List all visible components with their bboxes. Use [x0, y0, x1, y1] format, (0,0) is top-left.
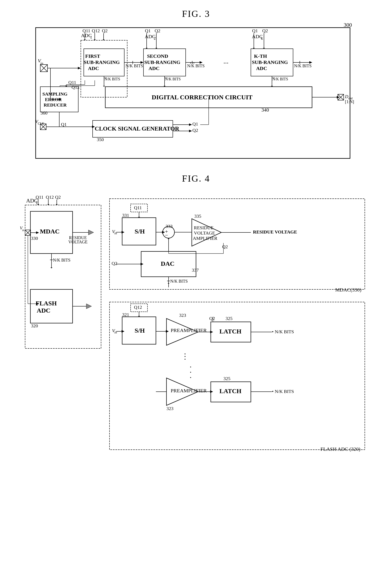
svg-text:300: 300 [344, 22, 352, 28]
svg-text:Q12: Q12 [134, 304, 142, 310]
fig4-diagram: ADC 1 Q11 Q12 Q2 MDAC 330 RESIDUE VOLTAG… [19, 188, 373, 462]
svg-text:Q1: Q1 [252, 28, 258, 33]
svg-text:321: 321 [122, 312, 129, 317]
svg-text:K-TH: K-TH [254, 53, 267, 59]
svg-marker-9 [78, 67, 81, 69]
svg-text:S/H: S/H [135, 228, 145, 235]
svg-marker-68 [103, 86, 105, 87]
svg-text:Q11: Q11 [68, 80, 76, 85]
svg-marker-203 [168, 283, 170, 284]
svg-text:FLASH ADC (320): FLASH ADC (320) [321, 446, 360, 452]
svg-marker-154 [86, 304, 92, 309]
svg-text:2: 2 [154, 36, 156, 41]
svg-marker-161 [36, 231, 39, 234]
svg-text:D: D [345, 94, 348, 99]
svg-text:LATCH: LATCH [219, 387, 241, 394]
svg-text:N/K BITS: N/K BITS [53, 258, 70, 262]
svg-text:VOLTAGE: VOLTAGE [194, 230, 215, 236]
svg-text:N/K BITS: N/K BITS [170, 279, 188, 284]
svg-marker-142 [88, 230, 94, 235]
svg-text:RESIDUE: RESIDUE [69, 235, 87, 240]
svg-text:335: 335 [194, 213, 201, 219]
svg-text:337: 337 [192, 267, 199, 273]
svg-text:DIGITAL CORRECTION CIRCUIT: DIGITAL CORRECTION CIRCUIT [152, 94, 252, 101]
svg-text:330: 330 [31, 236, 38, 241]
svg-text:333: 333 [166, 224, 173, 229]
svg-text:320: 320 [31, 323, 38, 328]
svg-text:⋮: ⋮ [181, 352, 189, 361]
svg-text:in: in [114, 330, 117, 334]
svg-text:Q1: Q1 [145, 28, 151, 33]
svg-text:Q2: Q2 [192, 128, 198, 133]
svg-marker-201 [140, 263, 143, 265]
fig4-title-container: FIG. 4 [13, 173, 379, 184]
svg-text:Q11: Q11 [134, 205, 142, 210]
svg-text:·: · [190, 373, 192, 382]
svg-text:Q2: Q2 [55, 194, 61, 200]
svg-text:Q2: Q2 [222, 244, 228, 249]
svg-text:[1:N]: [1:N] [345, 99, 354, 104]
svg-text:in: in [114, 231, 117, 235]
svg-text:CLOCK SIGNAL GENERATOR: CLOCK SIGNAL GENERATOR [95, 125, 179, 132]
svg-text:Q1: Q1 [61, 122, 67, 127]
svg-rect-0 [36, 28, 350, 158]
svg-text:k: k [261, 36, 263, 41]
svg-text:PREAMPLIFIER: PREAMPLIFIER [171, 328, 207, 333]
svg-text:SUB-RANGING: SUB-RANGING [144, 59, 180, 65]
svg-text:LATCH: LATCH [219, 328, 241, 335]
svg-text:PREAMPLIFIER: PREAMPLIFIER [171, 388, 207, 393]
fig3-title: FIG. 3 [182, 9, 210, 19]
svg-text:323: 323 [167, 406, 173, 411]
svg-rect-165 [110, 199, 365, 289]
svg-marker-146 [50, 267, 53, 268]
svg-text:• N/K BITS: • N/K BITS [272, 329, 294, 334]
svg-marker-177 [122, 231, 125, 234]
svg-text:MDAC: MDAC [40, 228, 59, 235]
fig3-diagram: 300 V in ADC 1 Q11 Q12 Q2 FIRST SUB-RANG… [29, 23, 363, 167]
svg-text:SAMPLING: SAMPLING [42, 91, 68, 96]
svg-text:in: in [40, 61, 43, 66]
svg-text:ADC: ADC [149, 66, 159, 71]
svg-text:RESIDUE VOLTAGE: RESIDUE VOLTAGE [253, 229, 297, 234]
svg-text:VOLTAGE: VOLTAGE [68, 240, 87, 244]
svg-text:Q1: Q1 [192, 121, 198, 126]
svg-text:N/K BITS: N/K BITS [104, 77, 120, 81]
fig4-title: FIG. 4 [182, 173, 210, 184]
svg-text:ADC: ADC [37, 307, 50, 314]
svg-text:ADC: ADC [256, 66, 267, 71]
svg-text:360: 360 [41, 110, 47, 116]
svg-text:Q2: Q2 [112, 261, 117, 266]
svg-text:325: 325 [225, 316, 233, 321]
svg-text:Q2: Q2 [262, 28, 268, 33]
svg-text:N/K BITS: N/K BITS [165, 77, 181, 81]
svg-text:325: 325 [224, 376, 230, 381]
svg-text:N/K BITS: N/K BITS [272, 77, 288, 81]
svg-text:in: in [22, 229, 25, 232]
svg-text:340: 340 [261, 107, 269, 113]
svg-text:Q12: Q12 [92, 28, 100, 33]
svg-marker-119 [189, 124, 192, 126]
svg-marker-183 [162, 231, 165, 234]
svg-rect-208 [110, 302, 365, 450]
svg-text:331: 331 [122, 213, 129, 218]
svg-text:SUB-RANGING: SUB-RANGING [252, 59, 288, 65]
svg-text:Q12: Q12 [71, 84, 80, 90]
svg-marker-220 [122, 330, 125, 333]
svg-text:Q2: Q2 [155, 28, 160, 33]
svg-text:DAC: DAC [161, 260, 174, 267]
svg-text:Q11: Q11 [83, 28, 90, 33]
svg-text:SUB-RANGING: SUB-RANGING [84, 59, 120, 65]
fig3-title-container: FIG. 3 [13, 8, 379, 19]
svg-text:FLASH: FLASH [36, 300, 57, 307]
svg-text:CLK: CLK [38, 122, 44, 125]
svg-text:1: 1 [90, 35, 92, 40]
svg-text:S/H: S/H [135, 327, 145, 334]
svg-text:FIRST: FIRST [85, 53, 100, 59]
svg-marker-232 [210, 331, 213, 333]
svg-text:Q12: Q12 [46, 194, 54, 200]
svg-text:MDAC(330): MDAC(330) [335, 287, 361, 292]
svg-text:N/K BITS: N/K BITS [294, 64, 312, 68]
svg-text:• N/K BITS: • N/K BITS [272, 389, 294, 394]
svg-marker-244 [210, 390, 213, 393]
svg-text:AMPLIFIER: AMPLIFIER [193, 236, 217, 241]
